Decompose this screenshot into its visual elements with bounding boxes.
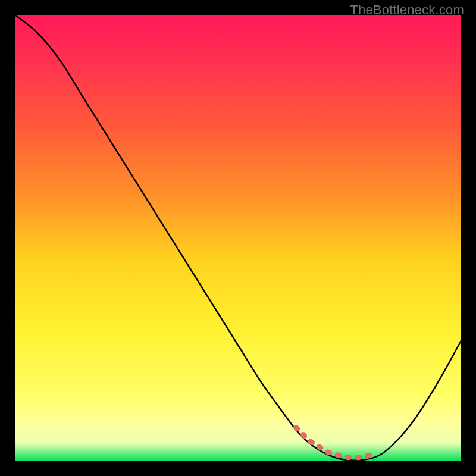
chart-frame: TheBottleneck.com <box>0 0 476 476</box>
background-gradient <box>15 15 461 461</box>
svg-rect-0 <box>15 15 461 461</box>
plot-area <box>15 15 461 461</box>
